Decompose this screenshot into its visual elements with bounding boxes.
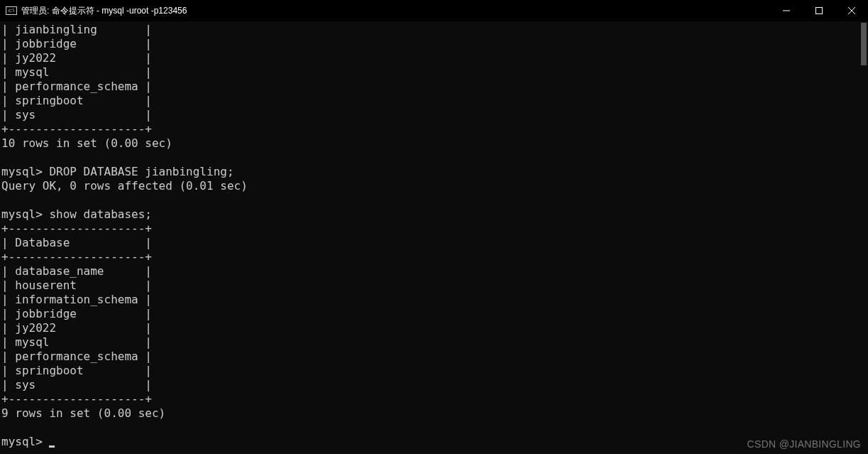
prompt2: mysql> bbox=[1, 207, 49, 221]
watermark: CSDN @JIANBINGLING bbox=[747, 438, 861, 450]
cmd-icon: c:\ bbox=[6, 6, 17, 15]
response1: Query OK, 0 rows affected (0.01 sec) bbox=[1, 179, 248, 193]
table2-header-row: | Database | bbox=[1, 236, 152, 249]
prompt-final: mysql> bbox=[1, 435, 49, 448]
minimize-button[interactable] bbox=[770, 0, 803, 21]
close-button[interactable] bbox=[835, 0, 868, 21]
cmd2: show databases; bbox=[49, 207, 152, 221]
table2-top-border: +--------------------+ bbox=[1, 222, 152, 235]
cmd1: DROP DATABASE jianbingling; bbox=[49, 165, 234, 178]
window-title: 管理员: 命令提示符 - mysql -uroot -p123456 bbox=[21, 5, 187, 17]
prompt1: mysql> bbox=[1, 165, 49, 178]
window-titlebar: c:\ 管理员: 命令提示符 - mysql -uroot -p123456 bbox=[0, 0, 868, 21]
table2-bottom-border: +--------------------+ bbox=[1, 392, 152, 406]
window-controls bbox=[770, 0, 868, 21]
scrollbar-thumb[interactable] bbox=[861, 23, 867, 65]
table2-rows: | database_name | | houserent | | inform… bbox=[1, 264, 867, 392]
table1-rows: | jianbingling | | jobbridge | | jy2022 … bbox=[1, 23, 867, 122]
table2-mid-border: +--------------------+ bbox=[1, 250, 152, 264]
result1: 10 rows in set (0.00 sec) bbox=[1, 136, 172, 150]
table1-bottom-border: +--------------------+ bbox=[1, 122, 152, 136]
cursor bbox=[49, 445, 55, 448]
maximize-button[interactable] bbox=[803, 0, 835, 21]
terminal-output[interactable]: | jianbingling | | jobbridge | | jy2022 … bbox=[0, 21, 868, 450]
svg-rect-1 bbox=[816, 8, 823, 14]
titlebar-left: c:\ 管理员: 命令提示符 - mysql -uroot -p123456 bbox=[6, 5, 187, 17]
result2: 9 rows in set (0.00 sec) bbox=[1, 406, 165, 420]
